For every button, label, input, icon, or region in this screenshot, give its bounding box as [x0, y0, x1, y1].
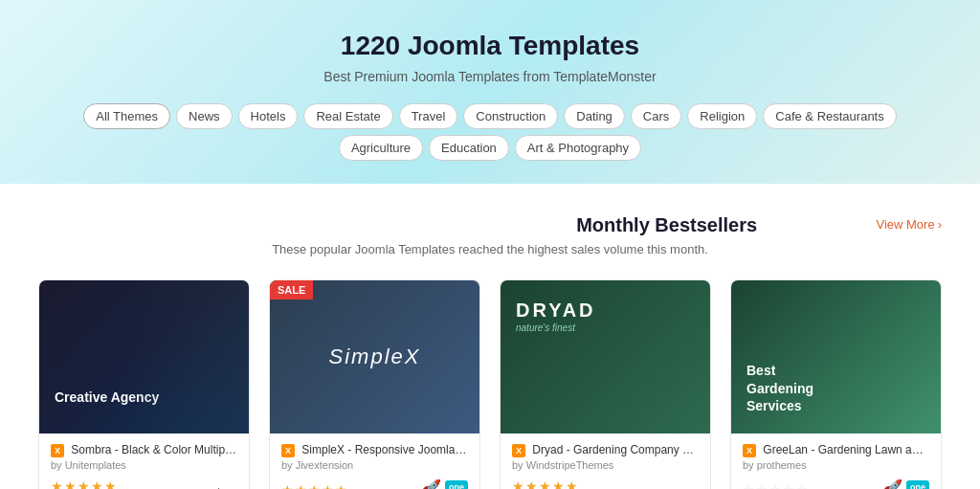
product-card-2[interactable]: SALE X SimpleX - Responsive Joomla 4 Tem…: [269, 279, 480, 489]
one-badge-2: one: [445, 480, 468, 489]
product-footer-4: ☆ ☆ ☆ ☆ ☆ 11 Sales 🚀 one: [743, 478, 929, 489]
category-tag-dating[interactable]: Dating: [564, 103, 625, 129]
product-name-1: X Sombra - Black & Color Multipurpose Jo…: [51, 443, 237, 457]
product-info-4: X GreeLan - Gardening Lawn and Landscapi…: [731, 433, 941, 489]
category-tag-construction[interactable]: Construction: [463, 103, 558, 129]
price-area-1: $49: [215, 485, 237, 489]
category-tag-hotels[interactable]: Hotels: [238, 103, 299, 129]
star-4-3: ☆: [769, 482, 782, 489]
product-card-1[interactable]: X Sombra - Black & Color Multipurpose Jo…: [38, 279, 250, 489]
category-tag-art-&-photography[interactable]: Art & Photography: [515, 135, 641, 161]
product-info-3: X Dryad - Gardening Company Joomla 4 Tem…: [501, 433, 710, 489]
star-2-1: ★: [281, 482, 294, 489]
category-tag-news[interactable]: News: [176, 103, 233, 129]
product-thumbnail-1: [39, 280, 249, 433]
product-footer-3: ★ ★ ★ ★ ★ 104 Sales Recently Updated $49: [512, 478, 699, 489]
products-grid: X Sombra - Black & Color Multipurpose Jo…: [38, 279, 942, 489]
one-badge-4: one: [906, 480, 929, 489]
category-tag-travel[interactable]: Travel: [399, 103, 458, 129]
product-footer-1: ★ ★ ★ ★ ★ 24 Sales $49: [51, 478, 237, 489]
vendor-icon-4: X: [743, 444, 756, 457]
product-left-4: ☆ ☆ ☆ ☆ ☆ 11 Sales: [743, 482, 809, 489]
vendor-icon-3: X: [512, 444, 525, 457]
category-tag-cars[interactable]: Cars: [631, 103, 681, 129]
star-4-4: ☆: [783, 482, 795, 489]
product-thumbnail-4: [731, 280, 941, 433]
star-3-2: ★: [525, 478, 538, 489]
category-tag-cafe-&-restaurants[interactable]: Cafe & Restaurants: [763, 103, 896, 129]
star-2-5: ★: [335, 482, 347, 489]
stars-1: ★ ★ ★ ★ ★: [51, 478, 117, 489]
product-footer-2: ★ ★ ★ ★ ★ 34 Sales 🚀 one: [281, 478, 468, 489]
product-card-3[interactable]: X Dryad - Gardening Company Joomla 4 Tem…: [500, 279, 711, 489]
category-filter-bar: All ThemesNewsHotelsReal EstateTravelCon…: [19, 103, 961, 161]
badges-2: 🚀 one: [422, 478, 468, 489]
product-card-4[interactable]: X GreeLan - Gardening Lawn and Landscapi…: [730, 279, 942, 489]
product-author-1: by Unitemplates: [51, 459, 237, 471]
star-4-5: ☆: [796, 482, 809, 489]
rating-stars-1: ★ ★ ★ ★ ★: [51, 478, 117, 489]
badges-4: 🚀 one: [883, 478, 929, 489]
star-4-2: ☆: [756, 482, 768, 489]
product-name-2: X SimpleX - Responsive Joomla 4 Template: [281, 443, 468, 457]
hero-section: 1220 Joomla Templates Best Premium Jooml…: [0, 0, 980, 184]
view-more-link[interactable]: View More ›: [876, 214, 942, 232]
star-1-1: ★: [51, 478, 63, 489]
rocket-icon-2: 🚀: [422, 478, 441, 489]
product-name-4: X GreeLan - Gardening Lawn and Landscapi…: [743, 443, 929, 457]
star-2-4: ★: [322, 482, 334, 489]
product-author-4: by prothemes: [743, 459, 929, 471]
stars-2: ★ ★ ★ ★ ★: [281, 482, 347, 489]
product-author-3: by WindstripeThemes: [512, 459, 699, 471]
vendor-icon-2: X: [281, 444, 295, 457]
star-3-4: ★: [552, 478, 565, 489]
star-4-1: ☆: [743, 482, 755, 489]
main-content: Monthly Bestsellers View More › These po…: [0, 184, 980, 489]
product-thumbnail-2: SALE: [270, 280, 479, 433]
vendor-icon-1: X: [51, 444, 64, 457]
rating-stars-4: ☆ ☆ ☆ ☆ ☆: [743, 482, 809, 489]
star-1-4: ★: [91, 478, 103, 489]
rocket-icon-4: 🚀: [883, 478, 902, 489]
product-left-1: ★ ★ ★ ★ ★ 24 Sales: [51, 478, 117, 489]
star-3-5: ★: [566, 478, 578, 489]
stars-4: ☆ ☆ ☆ ☆ ☆: [743, 482, 809, 489]
right-area-2: 🚀 one $39 $23: [422, 478, 468, 489]
product-left-3: ★ ★ ★ ★ ★ 104 Sales Recently Updated: [512, 478, 613, 489]
hero-subtitle: Best Premium Joomla Templates from Templ…: [19, 69, 961, 84]
star-2-3: ★: [308, 482, 321, 489]
product-name-3: X Dryad - Gardening Company Joomla 4 Tem…: [512, 443, 699, 457]
product-thumbnail-3: [501, 280, 710, 433]
category-tag-education[interactable]: Education: [429, 135, 509, 161]
star-1-5: ★: [104, 478, 117, 489]
section-header: Monthly Bestsellers View More ›: [38, 214, 942, 236]
category-tag-all-themes[interactable]: All Themes: [83, 103, 170, 129]
page-title: 1220 Joomla Templates: [19, 31, 961, 61]
stars-3: ★ ★ ★ ★ ★: [512, 478, 578, 489]
category-tag-agriculture[interactable]: Agriculture: [339, 135, 423, 161]
star-2-2: ★: [295, 482, 307, 489]
rating-stars-2: ★ ★ ★ ★ ★: [281, 482, 347, 489]
sale-badge-2: SALE: [270, 280, 313, 300]
product-left-2: ★ ★ ★ ★ ★ 34 Sales: [281, 482, 347, 489]
category-tag-religion[interactable]: Religion: [687, 103, 757, 129]
star-3-3: ★: [539, 478, 551, 489]
chevron-right-icon: ›: [938, 217, 942, 232]
product-info-2: X SimpleX - Responsive Joomla 4 Template…: [270, 433, 479, 489]
product-info-1: X Sombra - Black & Color Multipurpose Jo…: [39, 433, 249, 489]
star-1-2: ★: [64, 478, 77, 489]
right-area-4: 🚀 one $48: [883, 478, 929, 489]
product-author-2: by Jivextension: [281, 459, 468, 471]
section-description: These popular Joomla Templates reached t…: [38, 242, 942, 256]
star-3-1: ★: [512, 478, 524, 489]
category-tag-real-estate[interactable]: Real Estate: [303, 103, 392, 129]
star-1-3: ★: [78, 478, 90, 489]
rating-stars-3: ★ ★ ★ ★ ★: [512, 478, 613, 489]
section-title: Monthly Bestsellers: [457, 214, 877, 236]
